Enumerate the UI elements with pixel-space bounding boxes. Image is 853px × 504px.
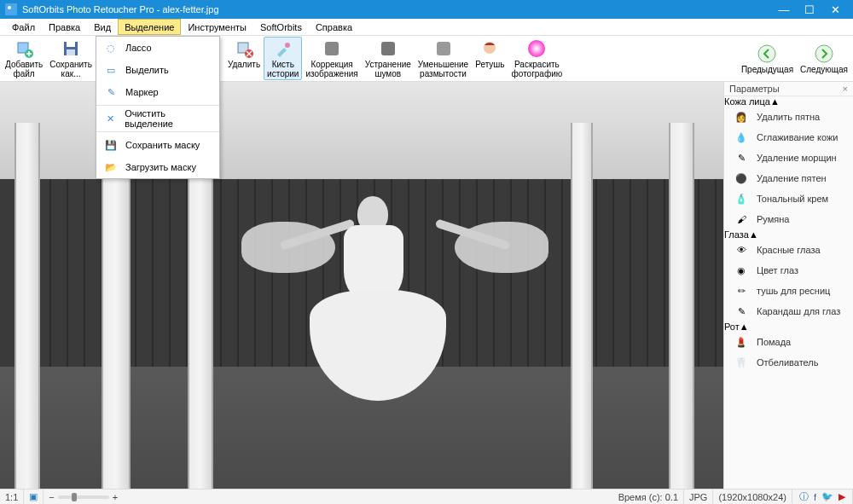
side-tool[interactable]: ✎Карандаш для глаз <box>724 301 853 322</box>
side-tool[interactable]: ✎Удаление морщин <box>724 148 853 168</box>
svg-rect-5 <box>67 42 75 47</box>
tool-label: Ретушь <box>475 60 504 69</box>
tool-label: Сохранить как... <box>49 60 92 78</box>
titlebar: SoftOrbits Photo Retoucher Pro - alex-fe… <box>0 0 853 19</box>
section-title: Рот <box>724 322 740 332</box>
side-tool[interactable]: 💧Сглаживание кожи <box>724 127 853 148</box>
plus-icon <box>14 38 34 59</box>
side-tool[interactable]: 🖌Румяна <box>724 209 853 229</box>
side-tool-icon: 🦷 <box>734 356 748 369</box>
menu-item-icon: ✎ <box>103 84 119 100</box>
menu-вид[interactable]: Вид <box>87 19 118 35</box>
side-tool[interactable]: ✏тушь для ресниц <box>724 281 853 301</box>
menu-item-icon: 📂 <box>103 159 119 175</box>
tool-label: Кисть истории <box>267 60 299 78</box>
tool-del[interactable]: Удалить <box>224 37 264 71</box>
tool-label: Добавить файл <box>5 60 43 78</box>
minimize-button[interactable]: — <box>771 0 797 19</box>
tool-label: Коррекция изображения <box>305 60 357 78</box>
side-tool-label: Удаление морщин <box>757 153 837 163</box>
side-tool-label: Красные глаза <box>757 245 821 255</box>
side-tool[interactable]: 🦷Отбеливатель <box>724 352 853 373</box>
status-dimensions: (1920x1080x24) <box>713 490 792 504</box>
menu-выделение[interactable]: Выделение <box>118 19 181 35</box>
menu-файл[interactable]: Файл <box>5 19 42 35</box>
tool-next[interactable]: Следующая <box>797 42 851 76</box>
side-tool-label: Сглаживание кожи <box>757 132 838 142</box>
side-tool-label: Тональный крем <box>757 194 828 204</box>
side-tool[interactable]: ⚫Удаление пятен <box>724 168 853 188</box>
tool-levels[interactable]: Коррекция изображения <box>302 37 361 80</box>
tool-plus[interactable]: Добавить файл <box>2 37 46 80</box>
side-tool[interactable]: 💄Помада <box>724 332 853 352</box>
zoom-out-icon[interactable]: − <box>49 492 54 502</box>
parameters-header: Параметры × <box>724 82 853 96</box>
statusbar: 1:1 ▣ − + Время (с): 0.1 JPG (1920x1080x… <box>0 489 853 504</box>
tool-label: Уменьшение размытости <box>418 60 468 78</box>
youtube-icon[interactable]: ▶ <box>838 491 845 502</box>
side-tool[interactable]: 👩Удалить пятна <box>724 107 853 127</box>
tool-face[interactable]: Ретушь <box>472 37 508 71</box>
side-tool-label: Отбеливатель <box>757 357 819 368</box>
side-tool-label: Румяна <box>757 214 789 224</box>
selection-menu-dropdown: ◌Лассо▭Выделить✎Маркер✕Очистить выделени… <box>96 36 220 179</box>
tool-label: Предыдущая <box>741 65 793 74</box>
maximize-button[interactable]: ☐ <box>797 0 822 19</box>
zoom-slider[interactable]: − + <box>44 490 123 504</box>
disk-icon <box>61 38 81 59</box>
svg-point-1 <box>8 6 11 9</box>
svg-rect-6 <box>67 49 75 55</box>
side-tool-icon: ⚫ <box>734 171 748 185</box>
menu-item-3[interactable]: ✕Очистить выделение <box>96 107 219 130</box>
tool-prev[interactable]: Предыдущая <box>738 42 797 76</box>
info-icon[interactable]: ⓘ <box>799 490 809 503</box>
side-tool[interactable]: ◉Цвет глаз <box>724 260 853 281</box>
side-tool-icon: ✏ <box>734 284 748 298</box>
side-tool-icon: 💧 <box>734 130 748 144</box>
menu-item-5[interactable]: 📂Загрузить маску <box>96 156 219 178</box>
social-links: ⓘ f 🐦 ▶ <box>792 490 853 504</box>
section-header[interactable]: Кожа лица▲ <box>724 96 853 107</box>
tool-disk[interactable]: Сохранить как... <box>46 37 96 80</box>
fit-button[interactable]: ▣ <box>24 490 44 504</box>
close-button[interactable]: ✕ <box>822 0 848 19</box>
app-icon <box>5 3 17 15</box>
menu-item-2[interactable]: ✎Маркер <box>96 81 219 103</box>
zoom-in-icon[interactable]: + <box>113 492 118 502</box>
close-panel-icon[interactable]: × <box>843 84 848 94</box>
tool-blur[interactable]: Уменьшение размытости <box>415 37 472 80</box>
menu-item-0[interactable]: ◌Лассо <box>96 37 219 59</box>
menubar: ФайлПравкаВидВыделениеИнструментыSoftOrb… <box>0 19 853 36</box>
svg-point-9 <box>285 43 290 48</box>
del-icon <box>234 38 254 59</box>
menu-справка[interactable]: Справка <box>309 19 359 35</box>
menu-инструменты[interactable]: Инструменты <box>181 19 253 35</box>
side-tool[interactable]: 👁Красные глаза <box>724 240 853 260</box>
tool-color[interactable]: Раскрасить фотографию <box>508 37 566 80</box>
menu-item-1[interactable]: ▭Выделить <box>96 59 219 81</box>
svg-point-15 <box>758 45 775 62</box>
side-tool-label: Цвет глаз <box>757 265 798 275</box>
parameters-panel: Параметры × Кожа лица▲👩Удалить пятна💧Сгл… <box>723 82 853 489</box>
menu-правка[interactable]: Правка <box>42 19 87 35</box>
side-tool[interactable]: 🧴Тональный крем <box>724 188 853 209</box>
section-header[interactable]: Глаза▲ <box>724 229 853 240</box>
tool-noise[interactable]: Устранение шумов <box>362 37 415 80</box>
facebook-icon[interactable]: f <box>814 492 816 502</box>
twitter-icon[interactable]: 🐦 <box>821 491 833 502</box>
side-tool-icon: 💄 <box>734 335 748 349</box>
tool-brush[interactable]: Кисть истории <box>264 37 302 80</box>
tool-label: Следующая <box>800 65 848 74</box>
section-header[interactable]: Рот▲ <box>724 322 853 332</box>
menu-softorbits[interactable]: SoftOrbits <box>253 19 309 35</box>
zoom-ratio[interactable]: 1:1 <box>0 490 24 504</box>
color-icon <box>526 38 547 59</box>
svg-point-16 <box>815 45 833 62</box>
collapse-icon: ▲ <box>749 229 758 240</box>
collapse-icon: ▲ <box>740 322 749 332</box>
side-tool-label: Удаление пятен <box>757 173 827 183</box>
tool-label: Раскрасить фотографию <box>512 60 563 78</box>
side-tool-label: тушь для ресниц <box>757 286 830 296</box>
side-tool-icon: ✎ <box>734 304 748 318</box>
menu-item-4[interactable]: 💾Сохранить маску <box>96 134 219 156</box>
